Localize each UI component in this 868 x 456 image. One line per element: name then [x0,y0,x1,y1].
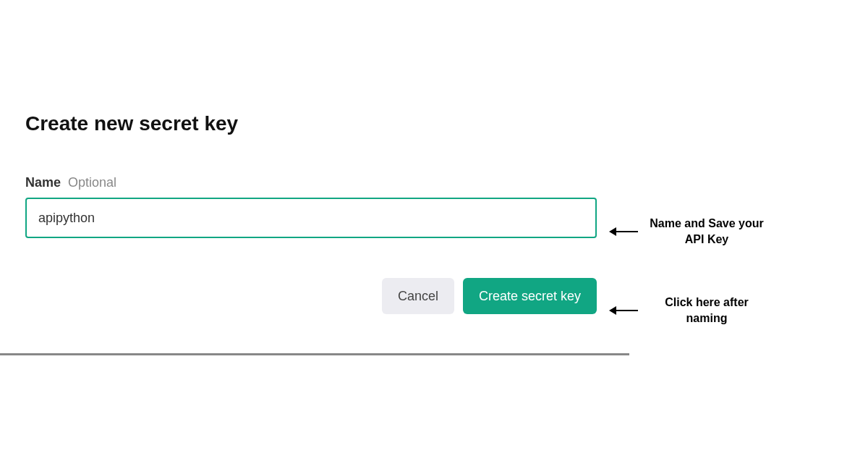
annotation-button-text: Click here after naming [645,295,768,326]
annotation-button: Click here after naming [609,295,768,326]
annotation-input: Name and Save your API Key [609,216,768,247]
arrow-left-icon [609,227,638,236]
cancel-button[interactable]: Cancel [382,278,454,314]
dialog-title: Create new secret key [25,112,597,135]
arrow-left-icon [609,306,638,315]
annotation-input-text: Name and Save your API Key [645,216,768,247]
name-field-hint: Optional [68,175,116,190]
dialog-button-row: Cancel Create secret key [25,278,597,314]
name-label-row: Name Optional [25,175,597,190]
create-secret-key-dialog: Create new secret key Name Optional Canc… [25,112,597,314]
create-secret-key-button[interactable]: Create secret key [463,278,597,314]
name-field-label: Name [25,175,61,190]
divider-line [0,353,629,355]
name-input[interactable] [25,198,597,238]
